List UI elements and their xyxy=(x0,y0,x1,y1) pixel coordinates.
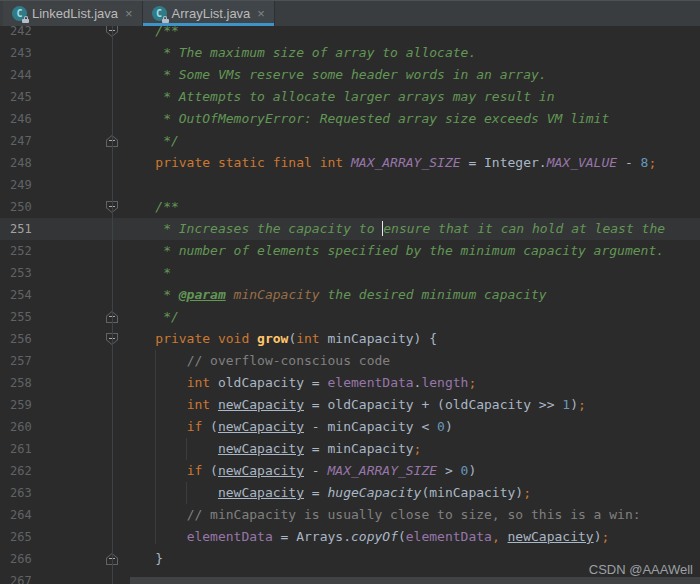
code-line[interactable]: 255 */ xyxy=(0,306,700,328)
active-tab-underline xyxy=(143,23,274,26)
line-number[interactable]: 250 xyxy=(0,196,100,218)
fold-cell xyxy=(100,64,124,86)
fold-cell xyxy=(100,130,124,152)
line-number[interactable]: 247 xyxy=(0,130,100,152)
code-line[interactable]: 257 // overflow-conscious code xyxy=(0,350,700,372)
code-line[interactable]: 262 if (newCapacity - MAX_ARRAY_SIZE > 0… xyxy=(0,460,700,482)
line-number[interactable]: 253 xyxy=(0,262,100,284)
code-text: int newCapacity = oldCapacity + (oldCapa… xyxy=(124,394,700,416)
fold-cell xyxy=(100,284,124,306)
line-number[interactable]: 261 xyxy=(0,438,100,460)
fold-marker-start[interactable] xyxy=(106,333,118,345)
code-line[interactable]: 253 * xyxy=(0,262,700,284)
code-text: // overflow-conscious code xyxy=(124,350,700,372)
code-line[interactable]: 258 int oldCapacity = elementData.length… xyxy=(0,372,700,394)
fold-marker-end[interactable] xyxy=(106,311,118,323)
tab-label: LinkedList.java xyxy=(32,1,118,27)
fold-marker-end[interactable] xyxy=(106,135,118,147)
code-line[interactable]: 259 int newCapacity = oldCapacity + (old… xyxy=(0,394,700,416)
code-line[interactable]: 244 * Some VMs reserve some header words… xyxy=(0,64,700,86)
line-number[interactable]: 244 xyxy=(0,64,100,86)
horizontal-scrollbar[interactable] xyxy=(130,577,700,584)
fold-cell xyxy=(100,42,124,64)
code-text: * number of elements specified by the mi… xyxy=(124,240,700,262)
code-line[interactable]: 249 xyxy=(0,174,700,196)
code-text: /** xyxy=(124,196,700,218)
code-line[interactable]: 265 elementData = Arrays.copyOf(elementD… xyxy=(0,526,700,548)
line-number[interactable]: 260 xyxy=(0,416,100,438)
code-line[interactable]: 256 private void grow(int minCapacity) { xyxy=(0,328,700,350)
fold-cell xyxy=(100,196,124,218)
line-number[interactable]: 267 xyxy=(0,570,100,584)
line-number[interactable]: 265 xyxy=(0,526,100,548)
code-line[interactable]: 246 * OutOfMemoryError: Requested array … xyxy=(0,108,700,130)
fold-marker-start[interactable] xyxy=(106,201,118,213)
line-number[interactable]: 254 xyxy=(0,284,100,306)
code-line[interactable]: 243 * The maximum size of array to alloc… xyxy=(0,42,700,64)
code-text: newCapacity = minCapacity; xyxy=(124,438,700,460)
code-line[interactable]: 264 // minCapacity is usually close to s… xyxy=(0,504,700,526)
code-text: private static final int MAX_ARRAY_SIZE … xyxy=(124,152,700,174)
line-number[interactable]: 262 xyxy=(0,460,100,482)
fold-cell xyxy=(100,526,124,548)
fold-cell xyxy=(100,372,124,394)
code-line[interactable]: 261 newCapacity = minCapacity; xyxy=(0,438,700,460)
tab-close-icon[interactable]: × xyxy=(257,7,265,20)
fold-marker-start[interactable] xyxy=(106,26,118,37)
code-text: private void grow(int minCapacity) { xyxy=(124,328,700,350)
code-line[interactable]: 260 if (newCapacity - minCapacity < 0) xyxy=(0,416,700,438)
code-text: * Increases the capacity to ensure that … xyxy=(124,218,700,240)
tab-linkedlist-java[interactable]: C LinkedList.java × xyxy=(3,1,143,26)
code-text: newCapacity = hugeCapacity(minCapacity); xyxy=(124,482,700,504)
code-line[interactable]: 248 private static final int MAX_ARRAY_S… xyxy=(0,152,700,174)
code-text: int oldCapacity = elementData.length; xyxy=(124,372,700,394)
code-text: * Attempts to allocate larger arrays may… xyxy=(124,86,700,108)
code-line[interactable]: 263 newCapacity = hugeCapacity(minCapaci… xyxy=(0,482,700,504)
fold-cell xyxy=(100,152,124,174)
code-text: * Some VMs reserve some header words in … xyxy=(124,64,700,86)
line-number[interactable]: 263 xyxy=(0,482,100,504)
line-number[interactable]: 246 xyxy=(0,108,100,130)
line-number[interactable]: 242 xyxy=(0,26,100,42)
code-lines: 242 /**243 * The maximum size of array t… xyxy=(0,26,700,584)
code-line[interactable]: 250 /** xyxy=(0,196,700,218)
line-number[interactable]: 266 xyxy=(0,548,100,570)
code-text: * @param minCapacity the desired minimum… xyxy=(124,284,700,306)
line-number[interactable]: 251 xyxy=(0,218,100,240)
fold-cell xyxy=(100,86,124,108)
line-number[interactable]: 264 xyxy=(0,504,100,526)
line-number[interactable]: 255 xyxy=(0,306,100,328)
code-text: * xyxy=(124,262,700,284)
fold-cell xyxy=(100,460,124,482)
line-number[interactable]: 257 xyxy=(0,350,100,372)
code-text xyxy=(124,174,700,196)
code-line[interactable]: 245 * Attempts to allocate larger arrays… xyxy=(0,86,700,108)
code-line[interactable]: 254 * @param minCapacity the desired min… xyxy=(0,284,700,306)
fold-cell xyxy=(100,416,124,438)
fold-marker-end[interactable] xyxy=(106,553,118,565)
tab-close-icon[interactable]: × xyxy=(125,7,133,20)
fold-cell xyxy=(100,306,124,328)
line-number[interactable]: 249 xyxy=(0,174,100,196)
code-line[interactable]: 242 /** xyxy=(0,26,700,42)
line-number[interactable]: 248 xyxy=(0,152,100,174)
line-number[interactable]: 259 xyxy=(0,394,100,416)
code-line[interactable]: 252 * number of elements specified by th… xyxy=(0,240,700,262)
line-number[interactable]: 258 xyxy=(0,372,100,394)
line-number[interactable]: 245 xyxy=(0,86,100,108)
indent-guide xyxy=(186,438,187,460)
line-number[interactable]: 256 xyxy=(0,328,100,350)
line-number[interactable]: 252 xyxy=(0,240,100,262)
fold-cell xyxy=(100,548,124,570)
code-line[interactable]: 251 * Increases the capacity to ensure t… xyxy=(0,218,700,240)
fold-cell xyxy=(100,570,124,584)
fold-cell xyxy=(100,26,124,42)
watermark-text: CSDN @AAAWell xyxy=(589,562,693,577)
code-text: * The maximum size of array to allocate. xyxy=(124,42,700,64)
code-editor[interactable]: 242 /**243 * The maximum size of array t… xyxy=(0,26,700,584)
code-line[interactable]: 247 */ xyxy=(0,130,700,152)
java-class-icon: C xyxy=(152,6,167,21)
code-text: elementData = Arrays.copyOf(elementData,… xyxy=(124,526,700,548)
line-number[interactable]: 243 xyxy=(0,42,100,64)
tab-arraylist-java[interactable]: C ArrayList.java × xyxy=(143,1,275,26)
